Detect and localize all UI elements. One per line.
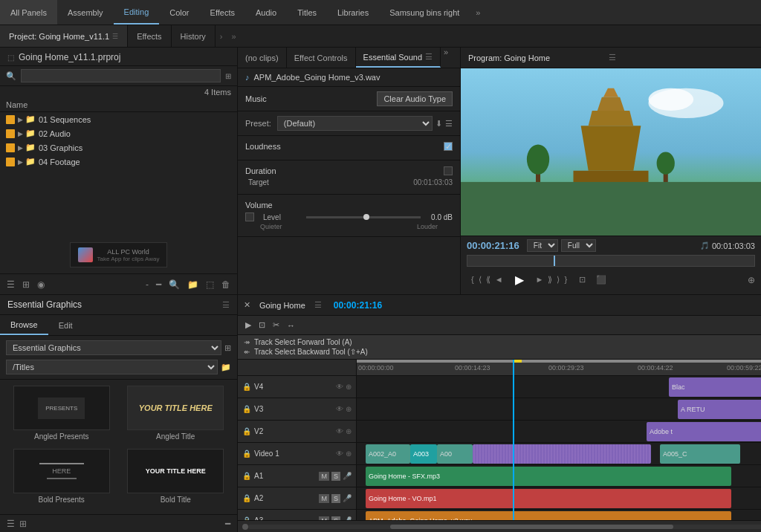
graphics-path-select[interactable]: /Titles [6, 360, 218, 374]
graphics-item-angled-title[interactable]: YOUR TITLE HERE Angled Title [120, 386, 232, 446]
menu-assembly[interactable]: Assembly [57, 0, 114, 25]
menu-samsung[interactable]: Samsung bins right [379, 0, 470, 25]
track-backward-tool[interactable]: ↞ Track Select Backward Tool (⇧+A) [244, 348, 761, 356]
clip-a2-vo[interactable]: Going Home - VO.mp1 [366, 489, 731, 508]
new-item-icon[interactable]: ⬚ [204, 278, 216, 291]
track-sync-v3[interactable]: ⊕ [346, 405, 352, 413]
menu-libraries[interactable]: Libraries [327, 0, 379, 25]
graphics-search-select[interactable]: Essential Graphics [6, 340, 221, 355]
track-eye-v2[interactable]: 👁 [336, 427, 343, 435]
folder-01-sequences[interactable]: ▶ 📁 01 Sequences [0, 112, 237, 126]
preset-download-icon[interactable]: ⬇ [435, 119, 442, 129]
add-to-timeline-icon[interactable]: } [563, 273, 569, 286]
menu-titles[interactable]: Titles [287, 0, 327, 25]
program-menu-icon[interactable]: ☰ [609, 53, 616, 62]
tracks-container[interactable]: 00:00:00:00 00:00:14:23 00:00:29:23 00:0… [357, 360, 761, 520]
tab-effects[interactable]: Effects [128, 25, 171, 47]
current-timecode[interactable]: 00:00:21:16 [467, 240, 519, 251]
search-toolbar-icon[interactable]: 🔍 [166, 278, 182, 291]
clip-v1-a005[interactable]: A005_C [660, 444, 740, 464]
quality-select[interactable]: Full [561, 239, 596, 252]
graphics-menu-icon[interactable]: ☰ [222, 300, 230, 310]
track-forward-tool[interactable]: ↠ Track Select Forward Tool (A) [244, 338, 761, 346]
graphics-browse-icon[interactable]: ⊞ [224, 343, 231, 353]
tab-no-clips[interactable]: (no clips) [238, 48, 287, 68]
track-eye-v4[interactable]: 👁 [336, 383, 343, 391]
folder-02-audio[interactable]: ▶ 📁 02 Audio [0, 126, 237, 140]
zoom-out-icon[interactable]: - [143, 278, 151, 291]
panels-more[interactable]: » [227, 32, 240, 41]
preset-select[interactable]: (Default) [277, 116, 433, 131]
step-forward-icon[interactable]: ⟫ [546, 273, 554, 286]
zoom-slider-icon[interactable]: ━ [154, 278, 163, 291]
scroll-track[interactable] [248, 525, 761, 529]
mark-in-icon[interactable]: ⟨ [477, 273, 483, 286]
scroll-start-dot[interactable] [242, 524, 248, 530]
graphics-item-bold-title[interactable]: YOUR TITLE HERE Bold Title [120, 449, 232, 509]
timeline-menu-icon[interactable]: ☰ [314, 300, 322, 310]
play-button[interactable]: ▶ [512, 271, 527, 288]
timeline-tool-razor[interactable]: ✂ [270, 319, 282, 331]
panel-menu-icon[interactable]: ☰ [112, 33, 118, 40]
add-in-out-icon[interactable]: { [470, 273, 476, 286]
preset-menu-icon[interactable]: ☰ [445, 119, 453, 129]
timeline-close-icon[interactable]: ✕ [244, 300, 250, 310]
graphics-item-bold-presents[interactable]: HERE Bold Presents [6, 449, 117, 509]
clip-a1-sfx[interactable]: Going Home - SFX.mp3 [366, 467, 731, 486]
slider-icon[interactable]: ◉ [35, 278, 47, 291]
track-eye-v3[interactable]: 👁 [336, 405, 343, 413]
scroll-thumb[interactable] [390, 525, 673, 529]
menu-color[interactable]: Color [159, 0, 199, 25]
tab-history[interactable]: History [172, 25, 216, 47]
frame-forward-icon[interactable]: ► [534, 273, 545, 286]
tab-project[interactable]: Project: Going Home_v11.1 ☰ [0, 25, 128, 47]
step-back-icon[interactable]: ⟪ [485, 273, 492, 286]
folder-03-graphics[interactable]: ▶ 📁 03 Graphics [0, 140, 237, 155]
clip-v2-adobe[interactable]: Adobe t [647, 422, 761, 441]
level-checkbox[interactable] [245, 213, 254, 221]
search-options-icon[interactable]: ⊞ [225, 72, 231, 80]
list-view-icon[interactable]: ☰ [4, 278, 17, 291]
tab-essential-sound[interactable]: Essential Sound ☰ [356, 48, 441, 68]
track-sync-v4[interactable]: ⊕ [346, 383, 352, 391]
essential-sound-menu-icon[interactable]: ☰ [425, 52, 433, 62]
graphics-folder-icon[interactable]: 📁 [221, 363, 231, 372]
timeline-scrollbar[interactable] [238, 520, 761, 532]
track-eye-v1[interactable]: 👁 [336, 450, 343, 458]
track-lock-v4[interactable]: 🔒 [242, 383, 251, 391]
grid-view-icon[interactable]: ⊞ [20, 278, 32, 291]
timeline-scrubber[interactable] [467, 255, 755, 267]
tab-effect-controls[interactable]: Effect Controls [287, 48, 356, 68]
menu-audio[interactable]: Audio [245, 0, 287, 25]
fit-select[interactable]: Fit [527, 239, 558, 252]
tab-browse[interactable]: Browse [0, 315, 48, 335]
panels-expander[interactable]: › [216, 32, 227, 41]
clip-v3-return[interactable]: A RETU [678, 400, 761, 419]
expand-arrow[interactable]: ▶ [18, 116, 23, 123]
track-mute-a2[interactable]: M [319, 494, 329, 503]
search-input[interactable] [21, 69, 221, 82]
track-lock-v1[interactable]: 🔒 [242, 450, 251, 458]
graphics-slider-icon[interactable]: ━ [223, 517, 233, 531]
tab-edit[interactable]: Edit [48, 315, 83, 335]
clip-v1-a002[interactable]: A002_A0 [366, 444, 410, 464]
loudness-checkbox[interactable]: ✓ [444, 142, 453, 151]
track-mic-a2[interactable]: 🎤 [343, 494, 352, 503]
track-mute-a1[interactable]: M [319, 472, 329, 481]
track-lock-v3[interactable]: 🔒 [242, 405, 251, 413]
menu-effects[interactable]: Effects [200, 0, 245, 25]
menu-all-panels[interactable]: All Panels [0, 0, 57, 25]
mark-out-icon[interactable]: ⟩ [555, 273, 561, 286]
expand-arrow[interactable]: ▶ [18, 144, 23, 152]
level-slider[interactable] [306, 216, 421, 218]
clip-v1-a00[interactable]: A00 [437, 444, 473, 464]
export-frame-icon[interactable]: ⬛ [596, 275, 606, 285]
clip-a3-music[interactable]: APM_Adobe_Going Home_v3.wav [366, 511, 731, 520]
track-sync-v1[interactable]: ⊕ [346, 450, 352, 458]
lift-extract-icon[interactable]: ⊡ [579, 275, 586, 285]
expand-arrow[interactable]: ▶ [18, 158, 23, 166]
clip-v1-waveform[interactable] [473, 444, 651, 464]
graphics-grid-icon[interactable]: ⊞ [17, 517, 29, 531]
folder-toolbar-icon[interactable]: 📁 [185, 278, 201, 291]
graphics-list-icon[interactable]: ☰ [4, 517, 17, 531]
